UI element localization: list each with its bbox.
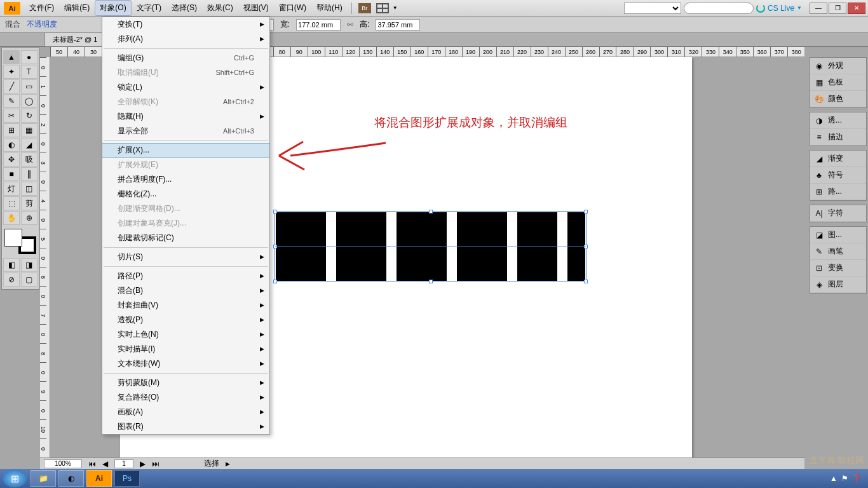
tool-button[interactable]: 剪 <box>21 196 37 210</box>
menu-item[interactable]: 帮助(H) <box>311 0 348 16</box>
menu-item[interactable]: 编组(G)Ctrl+G <box>102 51 269 65</box>
taskbar-explorer[interactable]: 📁 <box>31 470 56 487</box>
tool-button[interactable]: ╱ <box>3 79 20 93</box>
taskbar-app[interactable]: ◐ <box>58 470 84 487</box>
menu-item[interactable]: 复合路径(O)▶ <box>102 390 269 405</box>
tool-button[interactable]: T <box>21 65 37 79</box>
none-mode-icon[interactable]: ⊘ <box>3 273 20 287</box>
menu-item[interactable]: 隐藏(H)▶ <box>102 109 269 124</box>
panel-button[interactable]: ◉外观 <box>810 58 866 74</box>
tool-button[interactable]: ↻ <box>21 109 37 123</box>
menu-item[interactable]: 画板(A)▶ <box>102 405 269 419</box>
panel-button[interactable]: ▦色板 <box>810 74 866 91</box>
height-input[interactable] <box>376 19 420 30</box>
menu-item[interactable]: 创建裁切标记(C) <box>102 231 269 245</box>
tool-button[interactable]: ⊞ <box>3 123 20 137</box>
menu-item[interactable]: 视图(V) <box>238 0 274 16</box>
panel-button[interactable]: ◑透... <box>810 112 866 129</box>
tray-icon[interactable]: ▲ <box>830 474 837 483</box>
tool-button[interactable]: ◐ <box>3 138 20 152</box>
tool-button[interactable]: ǁ <box>21 167 37 181</box>
tool-button[interactable]: ✥ <box>3 152 20 166</box>
tool-button[interactable]: ■ <box>3 167 20 181</box>
panel-button[interactable]: ◪图... <box>810 227 866 243</box>
panel-button[interactable]: ✎画笔 <box>810 243 866 260</box>
panel-button[interactable]: ⊞路... <box>810 184 866 200</box>
panel-button[interactable]: A|字符 <box>810 205 866 222</box>
tool-button[interactable]: ● <box>21 50 37 64</box>
start-button[interactable]: ⊞ <box>3 470 27 487</box>
menu-item[interactable]: 混合(B)▶ <box>102 283 269 298</box>
menu-item[interactable]: 封套扭曲(V)▶ <box>102 298 269 313</box>
tool-button[interactable]: ⊕ <box>21 211 37 225</box>
menu-item[interactable]: 栅格化(Z)... <box>102 187 269 201</box>
panel-button[interactable]: ◈图层 <box>810 276 866 293</box>
tool-button[interactable]: ▦ <box>21 123 37 137</box>
nav-prev-icon[interactable]: ◀ <box>102 459 108 468</box>
tray-flag-icon[interactable]: ⚑ <box>841 474 848 483</box>
minimize-button[interactable]: — <box>810 3 827 14</box>
tool-button[interactable]: ✋ <box>3 211 20 225</box>
tray-help-icon[interactable]: ❓ <box>852 474 862 483</box>
menu-item[interactable]: 拼合透明度(F)... <box>102 172 269 187</box>
menu-item[interactable]: 剪切蒙版(M)▶ <box>102 376 269 390</box>
menu-item[interactable]: 变换(T)▶ <box>102 17 269 32</box>
menu-item[interactable]: 图表(R)▶ <box>102 419 269 434</box>
panel-button[interactable]: ≡描边 <box>810 129 866 146</box>
link-wh-icon[interactable]: ⚯ <box>347 20 353 29</box>
close-button[interactable]: ✕ <box>848 3 865 14</box>
screen-mode-icon[interactable]: ▢ <box>21 273 37 287</box>
search-input[interactable] <box>684 3 754 14</box>
menu-item[interactable]: 排列(A)▶ <box>102 32 269 46</box>
tool-button[interactable]: 灯 <box>3 182 20 196</box>
panel-button[interactable]: ◢渐变 <box>810 151 866 167</box>
menu-item[interactable]: 锁定(L)▶ <box>102 80 269 95</box>
tool-button[interactable]: ✦ <box>3 65 20 79</box>
tool-button[interactable]: ⬚ <box>3 196 20 210</box>
nav-first-icon[interactable]: ⏮ <box>88 459 96 468</box>
menu-item[interactable]: 实时描草(I)▶ <box>102 342 269 356</box>
tool-button[interactable]: ◢ <box>21 138 37 152</box>
taskbar-ai[interactable]: Ai <box>86 470 112 487</box>
tool-button[interactable]: 吸 <box>21 152 37 166</box>
tool-button[interactable]: ◫ <box>21 182 37 196</box>
document-tab[interactable]: 未标题-2* @ 1 <box>44 32 105 46</box>
dropdown-arrow-icon[interactable]: ▼ <box>393 5 398 11</box>
arrange-docs-icon[interactable] <box>376 3 389 13</box>
page-input[interactable]: 1 <box>114 459 133 468</box>
nav-next-icon[interactable]: ▶ <box>140 459 146 468</box>
menu-item[interactable]: 实时上色(N)▶ <box>102 327 269 342</box>
panel-button[interactable]: ♣符号 <box>810 167 866 184</box>
cslive-button[interactable]: CS Live ▼ <box>756 4 802 13</box>
fill-swatch[interactable] <box>4 229 22 247</box>
color-swatch[interactable] <box>4 229 36 254</box>
tool-button[interactable]: ✂ <box>3 109 20 123</box>
menu-item[interactable]: 文件(F) <box>24 0 59 16</box>
panel-button[interactable]: 🎨颜色 <box>810 91 866 107</box>
menu-item[interactable]: 效果(C) <box>202 0 238 16</box>
menu-item[interactable]: 对象(O) <box>95 0 131 16</box>
tool-button[interactable]: ✎ <box>3 94 20 108</box>
menu-item[interactable]: 窗口(W) <box>274 0 311 16</box>
menu-item[interactable]: 透视(P)▶ <box>102 313 269 327</box>
panel-button[interactable]: ⊡变换 <box>810 260 866 276</box>
gradient-mode-icon[interactable]: ◨ <box>21 258 37 272</box>
taskbar-ps[interactable]: Ps <box>114 470 140 487</box>
width-input[interactable] <box>296 19 341 30</box>
menu-item[interactable]: 文本绕排(W)▶ <box>102 356 269 371</box>
color-mode-icon[interactable]: ◧ <box>3 258 20 272</box>
menu-item[interactable]: 编辑(E) <box>59 0 95 16</box>
tool-button[interactable]: ▭ <box>21 79 37 93</box>
nav-last-icon[interactable]: ⏭ <box>152 459 159 468</box>
bridge-icon[interactable]: Br <box>358 3 371 13</box>
maximize-button[interactable]: ❐ <box>829 3 846 14</box>
zoom-input[interactable]: 100% <box>44 459 82 468</box>
menu-item[interactable]: 选择(S) <box>166 0 202 16</box>
workspace-dropdown[interactable] <box>624 3 681 14</box>
menu-item[interactable]: 切片(S)▶ <box>102 250 269 264</box>
tool-button[interactable]: ▲ <box>3 50 20 64</box>
opacity-link[interactable]: 不透明度 <box>27 19 57 30</box>
menu-item[interactable]: 文字(T) <box>132 0 166 16</box>
tool-button[interactable]: ◯ <box>21 94 37 108</box>
menu-item[interactable]: 路径(P)▶ <box>102 269 269 283</box>
